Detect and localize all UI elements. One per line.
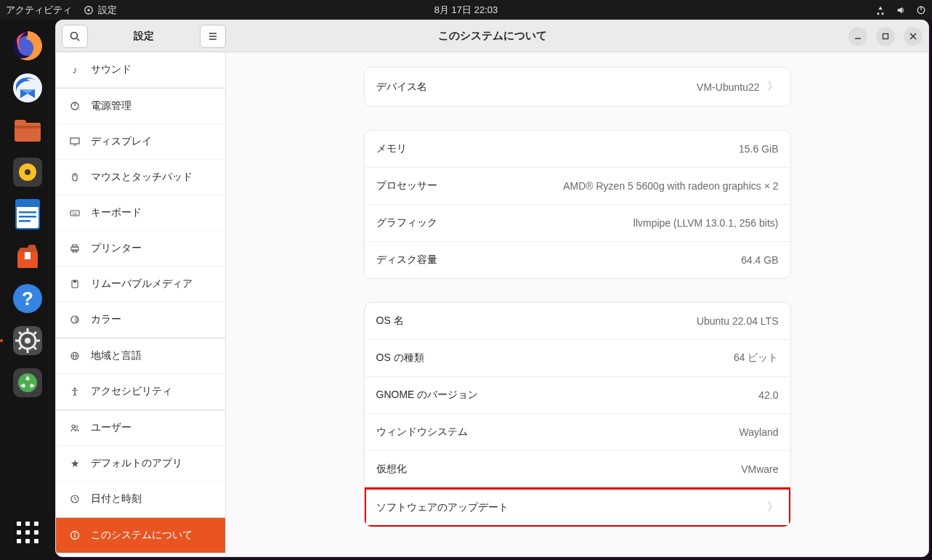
svg-point-63: [74, 388, 76, 390]
show-apps-button[interactable]: [9, 514, 46, 551]
svg-rect-18: [25, 252, 31, 259]
main-panel: デバイス名 VM-Ubuntu22〉 メモリ 15.6 GiB プロセッサー A…: [226, 52, 928, 556]
dock-settings[interactable]: [9, 322, 46, 360]
sidebar-item-label: このシステムについて: [91, 529, 193, 542]
dock-software[interactable]: [9, 238, 46, 275]
dock-firefox[interactable]: [9, 27, 46, 65]
sidebar-item-users[interactable]: ユーザー: [56, 410, 225, 446]
svg-point-11: [25, 169, 31, 175]
svg-point-52: [76, 212, 76, 213]
hamburger-button[interactable]: [200, 25, 226, 48]
sidebar-item-accessibility[interactable]: アクセシビリティ: [56, 374, 225, 410]
printer-icon: [69, 243, 81, 254]
row-label: ディスク容量: [376, 253, 437, 267]
minimize-button[interactable]: [848, 27, 867, 46]
os-name-row: OS 名 Ubuntu 22.04 LTS: [365, 303, 790, 340]
sidebar-item-label: 地域と言語: [91, 349, 142, 362]
top-app-indicator[interactable]: 設定: [84, 4, 117, 17]
row-value: VMware: [741, 463, 778, 475]
sidebar-item-datetime[interactable]: 日付と時刻: [56, 482, 225, 517]
svg-text:?: ?: [22, 288, 33, 309]
titlebar: 設定 このシステムについて: [56, 20, 928, 52]
accessibility-icon: [69, 386, 81, 397]
os-card: OS 名 Ubuntu 22.04 LTS OS の種類 64 ビット GNOM…: [364, 302, 791, 527]
chevron-right-icon: 〉: [767, 79, 779, 94]
row-value: 64 ビット: [734, 352, 778, 365]
maximize-button[interactable]: [876, 27, 895, 46]
dock-thunderbird[interactable]: [9, 69, 46, 107]
sidebar-item-power[interactable]: 電源管理: [56, 88, 225, 124]
clock[interactable]: 8月 17日 22:03: [434, 4, 498, 17]
sidebar-item-displays[interactable]: ディスプレイ: [56, 124, 225, 160]
activities-button[interactable]: アクティビティ: [6, 4, 72, 17]
chevron-right-icon: 〉: [767, 500, 779, 515]
svg-point-1: [87, 9, 90, 12]
sidebar-item-mouse[interactable]: マウスとタッチパッド: [56, 160, 225, 195]
volume-icon[interactable]: [896, 5, 906, 15]
disk-row: ディスク容量 64.4 GB: [365, 242, 790, 278]
sidebar-item-label: プリンター: [91, 242, 142, 255]
dock-trash[interactable]: [9, 364, 46, 402]
sidebar-title: 設定: [94, 30, 194, 43]
svg-point-34: [71, 32, 78, 38]
svg-rect-53: [73, 214, 77, 215]
network-icon[interactable]: [875, 5, 886, 15]
row-label: OS の種類: [376, 352, 424, 365]
settings-window: 設定 このシステムについて ♪サウンド 電源管理 ディスプレイ マウスとタッチパ…: [55, 20, 929, 557]
svg-rect-58: [73, 280, 76, 283]
virtualization-row: 仮想化 VMware: [365, 451, 790, 488]
sidebar-item-printers[interactable]: プリンター: [56, 231, 225, 267]
software-updates-row[interactable]: ソフトウェアのアップデート 〉: [365, 488, 790, 527]
row-value: Ubuntu 22.04 LTS: [697, 315, 779, 327]
page-title: このシステムについて: [438, 29, 547, 43]
sidebar-item-label: マウスとタッチパッド: [91, 171, 193, 184]
row-label: ウィンドウシステム: [376, 426, 468, 439]
sidebar-item-sound[interactable]: ♪サウンド: [56, 52, 225, 88]
users-icon: [69, 422, 81, 434]
os-type-row: OS の種類 64 ビット: [365, 340, 790, 377]
sidebar-item-about[interactable]: このシステムについて: [56, 517, 225, 553]
sidebar-item-removable-media[interactable]: リムーバブルメディア: [56, 267, 225, 302]
star-icon: ★: [69, 458, 81, 469]
search-button[interactable]: [62, 25, 88, 48]
row-label: メモリ: [376, 142, 407, 155]
row-value: 15.6 GiB: [739, 143, 778, 155]
svg-rect-55: [73, 245, 77, 247]
svg-rect-49: [70, 211, 79, 216]
row-value: Wayland: [739, 426, 779, 438]
dock: ?: [0, 20, 55, 560]
dock-libreoffice-writer[interactable]: [9, 195, 46, 233]
svg-point-50: [72, 212, 73, 213]
keyboard-icon: [69, 207, 81, 219]
color-icon: [69, 314, 81, 325]
dock-files[interactable]: [9, 111, 46, 149]
processor-row: プロセッサー AMD® Ryzen 5 5600g with radeon gr…: [365, 168, 790, 205]
hardware-card: メモリ 15.6 GiB プロセッサー AMD® Ryzen 5 5600g w…: [364, 130, 791, 279]
row-value: llvmpipe (LLVM 13.0.1, 256 bits): [633, 217, 779, 229]
window-system-row: ウィンドウシステム Wayland: [365, 414, 790, 451]
gear-icon: [84, 5, 94, 15]
svg-rect-16: [19, 220, 31, 222]
row-value: 64.4 GB: [741, 254, 778, 266]
sidebar-item-label: ディスプレイ: [91, 135, 152, 148]
row-label: グラフィック: [376, 216, 437, 230]
mouse-icon: [69, 171, 81, 183]
top-panel: アクティビティ 設定 8月 17日 22:03: [0, 0, 932, 20]
svg-rect-15: [19, 216, 36, 218]
svg-rect-14: [19, 211, 36, 214]
dock-help[interactable]: ?: [9, 280, 46, 317]
sidebar-item-label: サウンド: [91, 63, 131, 76]
close-button[interactable]: [904, 27, 923, 46]
power-icon[interactable]: [916, 5, 926, 15]
power-mgmt-icon: [69, 100, 81, 112]
sidebar-item-label: アクセシビリティ: [91, 385, 172, 398]
svg-point-23: [25, 338, 31, 344]
dock-rhythmbox[interactable]: [9, 153, 46, 191]
sidebar-item-region[interactable]: 地域と言語: [56, 338, 225, 374]
device-name-row[interactable]: デバイス名 VM-Ubuntu22〉: [365, 68, 790, 106]
sidebar-item-color[interactable]: カラー: [56, 302, 225, 338]
media-icon: [69, 278, 81, 290]
sidebar-item-default-apps[interactable]: ★デフォルトのアプリ: [56, 446, 225, 482]
sidebar-item-label: ユーザー: [91, 421, 131, 434]
sidebar-item-keyboard[interactable]: キーボード: [56, 195, 225, 231]
